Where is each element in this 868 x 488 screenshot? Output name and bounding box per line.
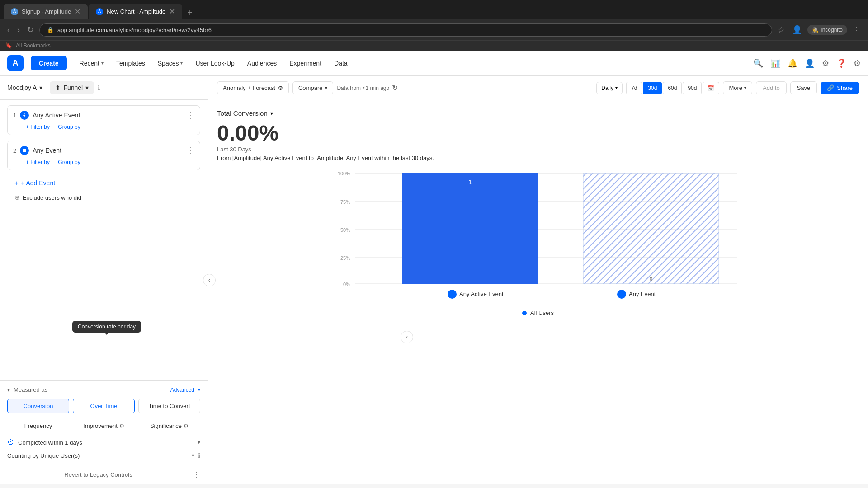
event-2-filter-btn[interactable]: + Filter by [26,159,50,165]
event-1-group-btn[interactable]: + Group by [53,124,80,130]
revert-button[interactable]: Revert to Legacy Controls [7,471,189,478]
create-button[interactable]: Create [31,56,67,70]
event-1-name[interactable]: Any Active Event [33,112,183,119]
counting-row[interactable]: Counting by Unique User(s) ▾ ℹ [7,452,200,459]
time-btn-60d[interactable]: 60d [663,82,682,94]
advanced-label[interactable]: Advanced [170,387,194,393]
nav-chevron-recent: ▾ [101,61,104,66]
nav-label-spaces: Spaces [158,60,179,67]
nav-item-data[interactable]: Data [329,56,353,70]
time-btn-7d[interactable]: 7d [626,82,642,94]
info-icon[interactable]: ℹ [98,84,100,91]
y-label-25: 25% [340,255,350,261]
exclude-users-button[interactable]: ⊕ Exclude users who did [7,190,200,205]
address-text: app.amplitude.com/analytics/moodjoy2/cha… [57,27,212,33]
y-label-50: 50% [340,227,350,233]
bookmarks-label: All Bookmarks [16,42,51,49]
share-button[interactable]: 🔗 Share [821,82,859,94]
measured-header[interactable]: ▾ Measured as Advanced ▾ [7,386,200,393]
frequency-btn[interactable]: Frequency [7,419,69,433]
measured-as-section: ▾ Measured as Advanced ▾ Conversion Over… [0,380,208,465]
conversion-btn[interactable]: Conversion [7,399,69,413]
metric-desc-suffix: within the last 30 days. [374,155,434,161]
workspace-selector[interactable]: Moodjoy A ▾ [7,84,42,91]
bar-any-active-event[interactable] [402,173,538,284]
nav-item-templates[interactable]: Templates [111,56,151,70]
anomaly-settings-icon: ⚙ [278,85,283,91]
right-collapse-button[interactable]: ‹ [401,331,413,343]
counting-info-icon[interactable]: ℹ [198,452,200,459]
compare-button[interactable]: Compare ▾ [292,81,333,94]
search-icon[interactable]: 🔍 [753,58,763,68]
measured-label: Measured as [14,386,47,393]
bookmark-star-icon[interactable]: ☆ [776,23,787,37]
bookmarks-icon: 🔖 [5,42,12,49]
forward-button[interactable]: › [15,23,22,37]
event-1-filter-btn[interactable]: + Filter by [26,124,50,130]
more-button[interactable]: More ▾ [723,81,752,94]
metric-selector-label: Total Conversion [217,109,268,117]
refresh-icon[interactable]: ↻ [392,84,398,92]
profile-icon[interactable]: 👤 [790,23,804,37]
event-2-filters: + Filter by + Group by [13,159,194,165]
completed-within-row[interactable]: ⏱ Completed within 1 days ▾ [7,438,200,446]
add-to-button[interactable]: Add to [756,81,787,94]
y-label-0: 0% [343,282,350,287]
completed-within-section: ⏱ Completed within 1 days ▾ Counting by … [7,433,200,459]
event-1-menu-icon[interactable]: ⋮ [186,110,194,120]
measured-options-row2: Frequency Improvement ⚙ Significance ⚙ [7,419,200,433]
event-1-header: 1 Any Active Event ⋮ [13,110,194,120]
time-btn-90d[interactable]: 90d [683,82,702,94]
event-2-menu-icon[interactable]: ⋮ [186,145,194,155]
tab-label-new-chart: New Chart - Amplitude [107,8,165,15]
browser-tab-new-chart[interactable]: A New Chart - Amplitude ✕ [89,4,182,19]
event-2-group-btn[interactable]: + Group by [53,159,80,165]
amplitude-logo[interactable]: A [7,55,24,71]
help-icon[interactable]: ❓ [836,58,846,68]
save-button[interactable]: Save [790,81,817,94]
settings-icon[interactable]: ⚙ [822,58,829,68]
address-bar[interactable]: 🔒 app.amplitude.com/analytics/moodjoy2/c… [39,23,772,37]
chart-area: Total Conversion ▾ 0.00% Last 30 Days Fr… [208,100,868,484]
browser-tab-signup[interactable]: A Signup - Amplitude ✕ [4,4,88,19]
bar-any-event[interactable] [583,173,719,284]
calendar-icon-btn[interactable]: 📅 [703,82,719,94]
time-btn-30d[interactable]: 30d [643,82,662,94]
reload-button[interactable]: ↻ [25,23,36,37]
significance-btn[interactable]: Significance ⚙ [138,419,200,433]
new-tab-button[interactable]: + [183,6,197,19]
tab-close-new-chart[interactable]: ✕ [169,7,175,16]
nav-item-userlookup[interactable]: User Look-Up [190,56,240,70]
over-time-btn[interactable]: Over Time [73,399,135,413]
chart-type-selector[interactable]: ⬆ Funnel ▾ [50,81,94,94]
nav-item-experiment[interactable]: Experiment [284,56,327,70]
notification-icon[interactable]: 🔔 [788,58,797,68]
nav-item-recent[interactable]: Recent ▾ [74,56,109,70]
browser-toolbar: ‹ › ↻ 🔒 app.amplitude.com/analytics/mood… [0,19,868,40]
panel-collapse-button[interactable]: ‹ [203,274,216,286]
significance-icon: ⚙ [184,423,189,429]
add-event-button[interactable]: + + Add Event [7,176,200,190]
nav-item-spaces[interactable]: Spaces ▾ [152,56,189,70]
nav-item-audiences[interactable]: Audiences [242,56,282,70]
metric-selector[interactable]: Total Conversion ▾ [217,109,859,117]
metric-description: From [Amplitude] Any Active Event to [Am… [217,155,859,161]
toolbar-right: Daily ▾ 7d 30d 60d 90d 📅 More ▾ Add to [596,81,859,94]
nav-label-audiences: Audiences [247,60,277,67]
metric-desc-from: [Amplitude] Any Active Event [232,155,307,161]
anomaly-forecast-button[interactable]: Anomaly + Forecast ⚙ [217,81,289,94]
metric-desc-prefix: From [217,155,232,161]
profile-nav-icon[interactable]: 👤 [805,58,815,68]
improvement-btn[interactable]: Improvement ⚙ [73,419,135,433]
time-to-convert-btn[interactable]: Time to Convert [138,399,200,413]
workspace-label: Moodjoy A [7,84,37,91]
analytics-icon[interactable]: 📊 [770,58,780,68]
back-button[interactable]: ‹ [5,23,12,37]
footer-menu-icon[interactable]: ⋮ [193,470,200,479]
daily-selector[interactable]: Daily ▾ [596,82,623,94]
tab-close-signup[interactable]: ✕ [75,7,80,16]
extensions-icon[interactable]: ⋮ [851,23,863,37]
event-2-name[interactable]: Any Event [33,147,183,154]
gear-icon[interactable]: ⚙ [854,58,861,68]
panel-header: Moodjoy A ▾ ⬆ Funnel ▾ ℹ [0,76,208,100]
